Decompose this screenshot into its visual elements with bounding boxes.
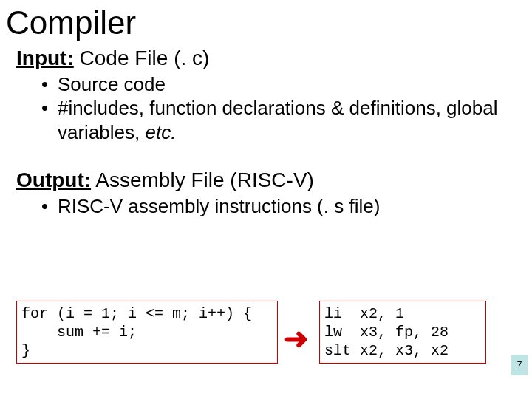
- bullet-marker: •: [41, 194, 58, 219]
- code-after-box: li x2, 1 lw x3, fp, 28 slt x2, x3, x2: [319, 301, 486, 364]
- input-label: Input:: [16, 47, 74, 69]
- list-item: • RISC-V assembly instructions (. s file…: [41, 194, 532, 219]
- bullet-marker: •: [41, 72, 58, 97]
- bullet-text: #includes, function declarations & defin…: [58, 96, 532, 144]
- slide-title: Compiler: [0, 0, 532, 41]
- input-text: Code File (. c): [74, 47, 210, 69]
- bullet-text: RISC-V assembly instructions (. s file): [58, 194, 380, 219]
- list-item: • #includes, function declarations & def…: [41, 96, 532, 144]
- bullet-text: Source code: [58, 72, 166, 97]
- page-number: 7: [511, 355, 528, 375]
- input-heading: Input: Code File (. c): [0, 46, 532, 71]
- input-bullets: • Source code • #includes, function decl…: [0, 72, 532, 145]
- code-before-box: for (i = 1; i <= m; i++) { sum += i; }: [16, 301, 278, 364]
- bullet-marker: •: [41, 96, 58, 120]
- arrow-right-icon: ➜: [284, 324, 309, 353]
- output-heading: Output: Assembly File (RISC-V): [0, 168, 532, 193]
- list-item: • Source code: [41, 72, 532, 97]
- output-text: Assembly File (RISC-V): [91, 168, 314, 191]
- output-label: Output:: [16, 168, 91, 191]
- output-bullets: • RISC-V assembly instructions (. s file…: [0, 194, 532, 219]
